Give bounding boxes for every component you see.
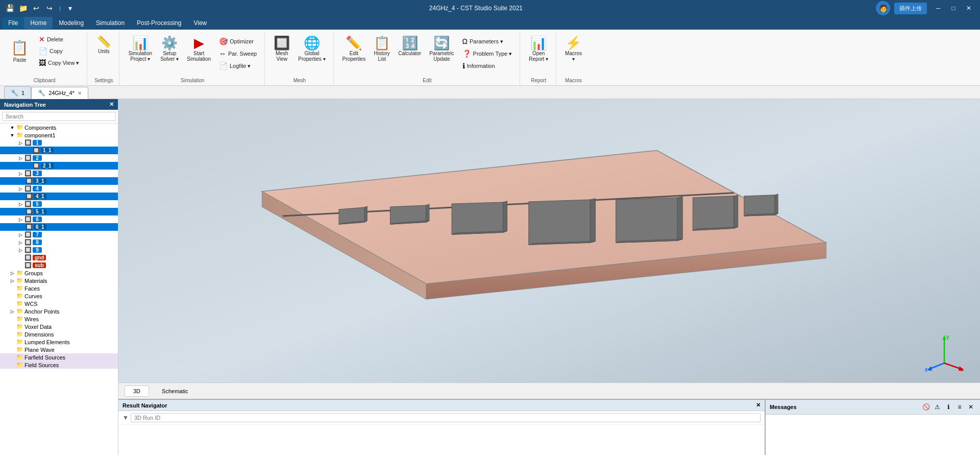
tree-item-7[interactable]: ▷ 🔲 7: [0, 231, 118, 238]
problem-type-button[interactable]: ❓ Problem Type ▾: [459, 48, 516, 59]
tree-item-6[interactable]: ▷ 🔲 6: [0, 215, 118, 223]
tree-item-1[interactable]: ▷ 🔲 1: [0, 139, 118, 147]
tree-item-gnd[interactable]: 🔲 gnd: [0, 254, 118, 261]
tree-item-2[interactable]: ▷ 🔲 2: [0, 154, 118, 162]
expand-component1[interactable]: ▼: [9, 133, 15, 138]
maximize-button[interactable]: □: [946, 3, 961, 13]
expand-4[interactable]: ▷: [17, 186, 23, 191]
close-button[interactable]: ✕: [962, 3, 976, 13]
tree-item-farfield-sources[interactable]: 📁 Farfield Sources: [0, 353, 118, 361]
messages-info-btn[interactable]: ℹ: [943, 402, 953, 412]
quick-menu-btn[interactable]: ▾: [65, 3, 76, 14]
simulation-project-button[interactable]: 📊 SimulationProject ▾: [125, 34, 156, 64]
global-properties-button[interactable]: 🌐 GlobalProperties ▾: [295, 34, 329, 64]
tab-main[interactable]: 🔧 24GHz_4* ✕: [31, 87, 88, 99]
result-nav-close[interactable]: ✕: [756, 402, 761, 409]
save-btn[interactable]: 💾: [4, 3, 15, 14]
tree-item-wires[interactable]: 📁 Wires: [0, 315, 118, 323]
nav-tree-close[interactable]: ✕: [109, 101, 114, 108]
expand-groups[interactable]: ▷: [9, 271, 15, 276]
open-btn[interactable]: 📁: [17, 3, 29, 14]
view-tab-schematic[interactable]: Schematic: [153, 386, 197, 397]
tree-item-3-1[interactable]: 🔲 3_1: [0, 177, 118, 185]
expand-7[interactable]: ▷: [17, 232, 23, 237]
parametric-update-button[interactable]: 🔄 ParametricUpdate: [426, 34, 457, 64]
parameters-button[interactable]: Ω Parameters ▾: [459, 36, 516, 47]
tree-item-dimensions[interactable]: 📁 Dimensions: [0, 330, 118, 338]
view-tab-3d[interactable]: 3D: [125, 386, 149, 397]
history-list-button[interactable]: 📋 HistoryList: [370, 34, 394, 64]
start-simulation-button[interactable]: ▶ StartSimulation: [183, 34, 214, 64]
messages-close-btn[interactable]: ✕: [966, 402, 976, 412]
expand-materials[interactable]: ▷: [9, 278, 15, 283]
tree-item-anchor-points[interactable]: ▷ 📁 Anchor Points: [0, 307, 118, 315]
paste-button[interactable]: 📋 Paste: [6, 34, 33, 68]
shape-icon-4-1: 🔲: [26, 193, 33, 200]
logfile-button[interactable]: 📄 Logfile ▾: [215, 60, 260, 71]
expand-components[interactable]: ▼: [9, 125, 15, 130]
tree-item-2-1[interactable]: 🔲 2_1: [0, 162, 118, 170]
tree-item-curves[interactable]: 📁 Curves: [0, 292, 118, 300]
result-nav-filter-input[interactable]: [131, 413, 761, 422]
expand-1[interactable]: ▷: [17, 140, 23, 146]
tree-item-3[interactable]: ▷ 🔲 3: [0, 170, 118, 177]
mesh-view-button[interactable]: 🔲 MeshView: [270, 34, 293, 64]
viewport-3d[interactable]: y z x 3D Schematic: [118, 99, 980, 399]
minimize-button[interactable]: ─: [931, 3, 945, 13]
messages-warning-btn[interactable]: ⚠: [932, 402, 942, 412]
calculator-button[interactable]: 🔢 Calculator: [395, 34, 425, 59]
chip-9: 9: [33, 247, 42, 253]
tab-1[interactable]: 🔧 1: [4, 86, 31, 99]
tree-item-1-1[interactable]: 🔲 1_1: [0, 147, 118, 154]
expand-6[interactable]: ▷: [17, 217, 23, 222]
tree-item-field-sources[interactable]: 📁 Field Sources: [0, 361, 118, 369]
tree-item-faces[interactable]: 📁 Faces: [0, 284, 118, 292]
tree-item-wcs[interactable]: 📁 WCS: [0, 300, 118, 307]
tree-item-components[interactable]: ▼ 📁 Components: [0, 124, 118, 131]
expand-9[interactable]: ▷: [17, 248, 23, 253]
setup-solver-button[interactable]: ⚙️ SetupSolver ▾: [157, 34, 182, 64]
information-button[interactable]: ℹ Information: [459, 60, 516, 71]
menu-file[interactable]: File: [2, 17, 24, 29]
copy-button[interactable]: 📄 Copy: [35, 45, 83, 57]
nav-tree-search-input[interactable]: [2, 112, 116, 121]
macros-button[interactable]: ⚡ Macros▾: [561, 34, 585, 64]
redo-btn[interactable]: ↪: [44, 3, 55, 14]
messages-list-btn[interactable]: ≡: [954, 402, 965, 412]
tree-item-4-1[interactable]: 🔲 4_1: [0, 193, 118, 200]
tree-item-sub[interactable]: 🔲 sub: [0, 261, 118, 269]
edit-properties-button[interactable]: ✏️ EditProperties: [339, 34, 370, 64]
menu-home[interactable]: Home: [24, 17, 53, 29]
expand-anchor-points[interactable]: ▷: [9, 309, 15, 314]
tree-item-8[interactable]: ▷ 🔲 8: [0, 238, 118, 246]
units-button[interactable]: 📏 Units: [92, 34, 115, 57]
par-sweep-button[interactable]: ↔ Par. Sweep: [215, 48, 260, 59]
undo-btn[interactable]: ↩: [31, 3, 42, 14]
copy-view-button[interactable]: 🖼 Copy View ▾: [35, 57, 83, 68]
optimizer-button[interactable]: 🎯 Optimizer: [215, 36, 260, 47]
tree-item-component1[interactable]: ▼ 📁 component1: [0, 131, 118, 139]
tree-item-groups[interactable]: ▷ 📁 Groups: [0, 269, 118, 277]
menu-simulation[interactable]: Simulation: [90, 17, 131, 29]
tab-main-close[interactable]: ✕: [78, 90, 82, 96]
messages-error-btn[interactable]: 🚫: [921, 402, 931, 412]
expand-3[interactable]: ▷: [17, 171, 23, 176]
tree-item-lumped-elements[interactable]: 📁 Lumped Elements: [0, 338, 118, 346]
menu-post-processing[interactable]: Post-Processing: [131, 17, 187, 29]
tree-item-5[interactable]: ▷ 🔲 5: [0, 200, 118, 208]
expand-2[interactable]: ▷: [17, 156, 23, 161]
open-report-button[interactable]: 📊 OpenReport ▾: [525, 34, 552, 64]
menu-modeling[interactable]: Modeling: [53, 17, 90, 29]
tree-item-5-1[interactable]: 🔲 5_1: [0, 208, 118, 215]
tree-item-voxel-data[interactable]: 📁 Voxel Data: [0, 323, 118, 330]
tree-item-4[interactable]: ▷ 🔲 4: [0, 185, 118, 193]
delete-button[interactable]: ✕ Delete: [35, 34, 83, 45]
expand-5[interactable]: ▷: [17, 202, 23, 207]
tree-item-plane-wave[interactable]: 📁 Plane Wave: [0, 346, 118, 353]
tree-item-9[interactable]: ▷ 🔲 9: [0, 246, 118, 254]
menu-view[interactable]: View: [187, 17, 213, 29]
tree-item-materials[interactable]: ▷ 📁 Materials: [0, 277, 118, 284]
expand-8[interactable]: ▷: [17, 240, 23, 245]
tree-item-6-1[interactable]: 🔲 6_1: [0, 223, 118, 231]
upload-button[interactable]: 插件上传: [894, 3, 927, 14]
